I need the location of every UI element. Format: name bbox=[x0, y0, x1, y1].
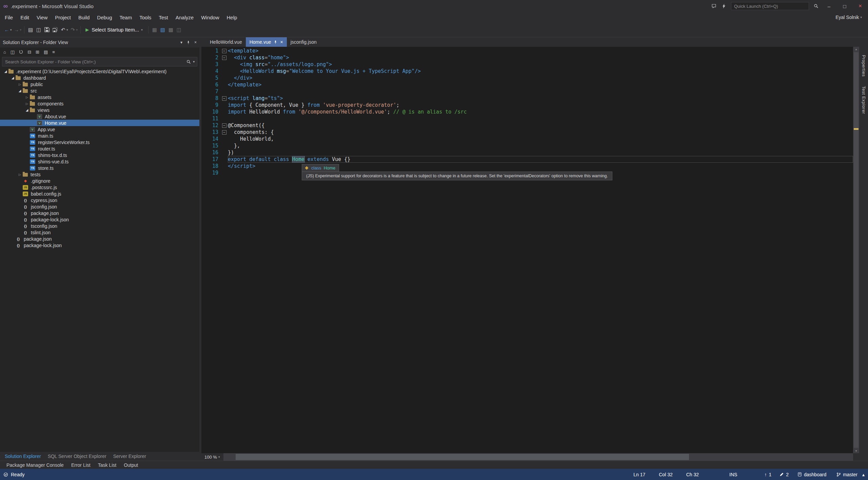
solution-search-input[interactable] bbox=[2, 59, 186, 64]
code-editor[interactable]: 1−<template>2− <div class="home">3 <img … bbox=[201, 47, 859, 453]
zoom-dropdown-icon[interactable]: ▾ bbox=[218, 455, 220, 459]
tree-item[interactable]: ▷public bbox=[0, 81, 199, 87]
tree-item[interactable]: ◢views bbox=[0, 107, 199, 113]
panel-tab-sql-server-object-explorer[interactable]: SQL Server Object Explorer bbox=[44, 454, 110, 459]
home-icon[interactable]: ⌂ bbox=[3, 49, 6, 55]
code-line[interactable]: 3 <img src="../assets/logo.png"> bbox=[201, 61, 853, 68]
collapse-all-icon[interactable]: ⊟ bbox=[27, 49, 31, 55]
save-all-icon[interactable] bbox=[51, 26, 59, 34]
menu-debug[interactable]: Debug bbox=[93, 13, 116, 22]
find-in-files-icon[interactable]: ▧ bbox=[159, 26, 167, 34]
tree-item[interactable]: {}package.json bbox=[0, 236, 199, 242]
fold-collapse-icon[interactable]: − bbox=[222, 130, 226, 135]
panel-tab-server-explorer[interactable]: Server Explorer bbox=[110, 454, 150, 459]
startup-dropdown-icon[interactable]: ▾ bbox=[141, 28, 143, 32]
save-icon[interactable] bbox=[43, 26, 51, 34]
code-line[interactable]: 2− <div class="home"> bbox=[201, 54, 853, 61]
tree-item[interactable]: ◆.gitignore bbox=[0, 178, 199, 184]
expander-icon[interactable]: ◢ bbox=[10, 76, 16, 80]
status-expand-icon[interactable]: ▴ bbox=[862, 472, 865, 477]
menu-tools[interactable]: Tools bbox=[136, 13, 155, 22]
pin-icon[interactable] bbox=[186, 41, 190, 44]
tree-item[interactable]: ◢src bbox=[0, 87, 199, 94]
expander-icon[interactable]: ◢ bbox=[3, 69, 8, 73]
menu-window[interactable]: Window bbox=[197, 13, 223, 22]
scrollbar-thumb[interactable] bbox=[854, 52, 859, 448]
status-pending-edits[interactable]: 2 bbox=[780, 472, 789, 477]
code-line[interactable]: 14 HelloWorld, bbox=[201, 136, 853, 142]
tree-item[interactable]: {}package.json bbox=[0, 210, 199, 216]
tree-item[interactable]: {}jsconfig.json bbox=[0, 203, 199, 210]
menu-project[interactable]: Project bbox=[51, 13, 75, 22]
expander-icon[interactable]: ◢ bbox=[17, 89, 23, 93]
editor-tab[interactable]: jsconfig.json bbox=[287, 37, 320, 47]
code-line[interactable]: 16}) bbox=[201, 149, 853, 156]
switch-views-icon[interactable]: ◫ bbox=[11, 49, 15, 55]
editor-tab[interactable]: HelloWorld.vue bbox=[206, 37, 246, 47]
navigate-forward-icon[interactable]: → bbox=[13, 26, 21, 34]
navigate-backward-dropdown-icon[interactable]: ▾ bbox=[10, 28, 12, 32]
tree-item[interactable]: TSshims-vue.d.ts bbox=[0, 158, 199, 165]
solution-configurations-icon[interactable]: ▦ bbox=[151, 26, 159, 34]
tree-item[interactable]: TSrouter.ts bbox=[0, 145, 199, 152]
menu-file[interactable]: File bbox=[1, 13, 17, 22]
zoom-control[interactable]: 100 % ▾ bbox=[201, 453, 223, 461]
code-line[interactable]: 10import HelloWorld from '@/components/H… bbox=[201, 108, 853, 115]
tree-item[interactable]: {}package-lock.json bbox=[0, 216, 199, 223]
vertical-scrollbar[interactable]: ▴ ▾ bbox=[853, 47, 859, 453]
scroll-down-icon[interactable]: ▾ bbox=[853, 449, 859, 453]
redo-icon[interactable]: ↷ bbox=[69, 26, 77, 34]
open-file-icon[interactable]: ◫ bbox=[35, 26, 43, 34]
new-file-icon[interactable]: ▤ bbox=[26, 26, 35, 34]
search-icon[interactable] bbox=[811, 0, 821, 12]
tree-item[interactable]: JSbabel.config.js bbox=[0, 191, 199, 197]
code-line[interactable]: 9import { Component, Vue } from 'vue-pro… bbox=[201, 102, 853, 108]
panel-tab-task-list[interactable]: Task List bbox=[94, 462, 120, 468]
panel-tab-solution-explorer[interactable]: Solution Explorer bbox=[1, 454, 44, 459]
tree-item[interactable]: {}tslint.json bbox=[0, 229, 199, 236]
panel-tab-package-manager-console[interactable]: Package Manager Console bbox=[3, 462, 67, 468]
tree-item[interactable]: TSmain.ts bbox=[0, 133, 199, 139]
code-line[interactable]: 11 bbox=[201, 115, 853, 122]
search-options-icon[interactable]: ▾ bbox=[193, 60, 195, 63]
close-icon[interactable]: × bbox=[280, 39, 283, 45]
tree-item[interactable]: VHome.vue bbox=[0, 120, 199, 126]
menu-view[interactable]: View bbox=[33, 13, 51, 22]
refresh-icon[interactable] bbox=[19, 50, 23, 54]
tree-item[interactable]: ◢.experiment (D:\Users\Eyal\Projects\Cli… bbox=[0, 68, 199, 75]
start-debug-button[interactable]: ▶ Select Startup Item... ▾ bbox=[83, 27, 146, 33]
scrollbar-thumb[interactable] bbox=[236, 454, 689, 460]
code-line[interactable]: 15 }, bbox=[201, 142, 853, 149]
menu-help[interactable]: Help bbox=[223, 13, 241, 22]
tree-item[interactable]: ▷tests bbox=[0, 171, 199, 178]
side-tab-test-explorer[interactable]: Test Explorer bbox=[861, 86, 866, 114]
undo-icon[interactable]: ↶ bbox=[59, 26, 67, 34]
window-position-icon[interactable]: ▾ bbox=[180, 40, 182, 45]
expander-icon[interactable]: ▷ bbox=[24, 96, 30, 99]
code-line[interactable]: 8−<script lang="ts"> bbox=[201, 95, 853, 102]
tree-item[interactable]: TSshims-tsx.d.ts bbox=[0, 152, 199, 158]
maximize-button[interactable]: □ bbox=[837, 0, 852, 12]
code-line[interactable]: 1−<template> bbox=[201, 47, 853, 54]
panel-tab-error-list[interactable]: Error List bbox=[67, 462, 94, 468]
scroll-up-icon[interactable]: ▴ bbox=[853, 47, 859, 51]
minimize-button[interactable]: – bbox=[821, 0, 837, 12]
pin-icon[interactable] bbox=[274, 40, 277, 44]
expander-icon[interactable]: ▷ bbox=[24, 102, 30, 105]
panel-tab-output[interactable]: Output bbox=[120, 462, 142, 468]
status-branch[interactable]: master bbox=[836, 472, 857, 477]
bookmark-icon[interactable]: ◫ bbox=[175, 26, 183, 34]
code-line[interactable]: 13− components: { bbox=[201, 129, 853, 136]
status-commits-ahead[interactable]: ↑ 1 bbox=[764, 472, 771, 477]
horizontal-scrollbar[interactable] bbox=[223, 453, 853, 461]
code-line[interactable]: 4 <HelloWorld msg="Welcome to Your Vue.j… bbox=[201, 68, 853, 75]
fold-collapse-icon[interactable]: − bbox=[222, 49, 226, 53]
menu-test[interactable]: Test bbox=[155, 13, 172, 22]
notifications-icon[interactable] bbox=[719, 0, 729, 12]
fold-collapse-icon[interactable]: − bbox=[222, 56, 226, 60]
tree-item[interactable]: {}package-lock.json bbox=[0, 242, 199, 248]
expander-icon[interactable]: ▷ bbox=[17, 173, 23, 176]
close-panel-icon[interactable]: × bbox=[194, 40, 197, 45]
tree-item[interactable]: VAbout.vue bbox=[0, 113, 199, 120]
side-tab-properties[interactable]: Properties bbox=[861, 55, 866, 77]
